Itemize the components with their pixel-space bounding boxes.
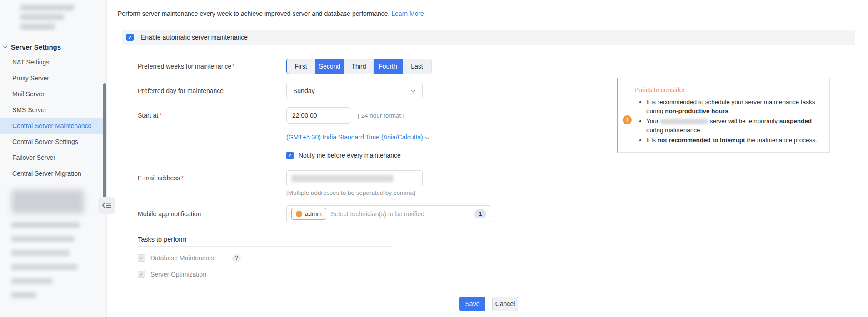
- email-label: E-mail address*: [138, 174, 286, 182]
- points-bullet-1: It is recommended to schedule your serve…: [646, 98, 825, 116]
- server-optimization-checkbox[interactable]: ✓: [138, 271, 145, 278]
- sidebar-item-nat-settings[interactable]: NAT Settings: [0, 54, 107, 70]
- database-maintenance-label: Database Maintenance: [150, 254, 216, 262]
- week-button-last[interactable]: Last: [403, 59, 432, 74]
- enable-maintenance-bar: ✓ Enable automatic server maintenance: [122, 30, 855, 45]
- collapse-sidebar-icon: [102, 202, 112, 209]
- description-text: Perform server maintenance every week to…: [118, 10, 389, 17]
- sidebar-item-central-server-settings[interactable]: Central Server Settings: [0, 134, 107, 150]
- redacted-section: [11, 190, 89, 298]
- warning-icon: !: [296, 211, 302, 217]
- week-button-first[interactable]: First: [286, 59, 315, 74]
- redacted-line: [20, 5, 74, 10]
- email-hint: [Multiple addresses to be separated by c…: [286, 189, 601, 196]
- app-root: Server Settings NAT Settings Proxy Serve…: [0, 0, 868, 317]
- time-format-hint: [ 24 hour format ]: [358, 112, 404, 119]
- sidebar-item-sms-server[interactable]: SMS Server: [0, 102, 107, 118]
- points-title: Points to consider: [634, 86, 829, 94]
- timezone-link[interactable]: (GMT+5:30) India Standard Time (Asia/Cal…: [286, 134, 429, 141]
- collapse-sidebar-button[interactable]: [98, 197, 115, 214]
- preferred-weeks-row: Preferred weeks for maintenance* First S…: [138, 59, 601, 74]
- email-input[interactable]: [286, 170, 423, 186]
- server-optimization-label: Server Optimization: [150, 271, 206, 278]
- redacted-logo-block: [20, 5, 74, 33]
- points-to-consider-panel: ! Points to consider It is recommended t…: [617, 78, 830, 153]
- required-mark: *: [181, 174, 183, 182]
- mobile-notification-row: Mobile app notification ! admin Select t…: [138, 205, 601, 222]
- learn-more-link[interactable]: Learn More: [391, 10, 424, 17]
- week-button-second[interactable]: Second: [315, 59, 344, 74]
- task-row-server-optimization: ✓ Server Optimization: [138, 269, 601, 279]
- points-list: It is recommended to schedule your serve…: [646, 98, 825, 145]
- week-button-group: First Second Third Fourth Last: [286, 59, 601, 74]
- sidebar-section-label: Server Settings: [11, 43, 61, 51]
- notify-checkbox[interactable]: ✓: [286, 152, 294, 159]
- timezone-row: (GMT+5:30) India Standard Time (Asia/Cal…: [138, 133, 601, 141]
- notify-label: Notify me before every maintenance: [299, 152, 401, 159]
- week-button-third[interactable]: Third: [344, 59, 374, 74]
- redacted-line: [11, 264, 77, 270]
- sidebar-scrollbar[interactable]: [103, 83, 106, 200]
- week-button-fourth[interactable]: Fourth: [374, 59, 403, 74]
- preferred-day-row: Preferred day for maintenance Sunday: [138, 83, 601, 99]
- mobile-notification-label: Mobile app notification: [138, 210, 286, 218]
- email-row: E-mail address* [Multiple addresses to b…: [138, 170, 601, 196]
- redacted-line: [11, 236, 74, 242]
- form-actions: Save Cancel: [459, 297, 601, 311]
- redacted-server-name: [660, 119, 708, 124]
- main-content: Perform server maintenance every week to…: [107, 0, 868, 317]
- technician-select-field[interactable]: ! admin Select technician(s) to be notif…: [286, 205, 491, 222]
- preferred-weeks-label: Preferred weeks for maintenance*: [138, 63, 286, 70]
- start-time-input[interactable]: [286, 107, 351, 124]
- sidebar-item-failover-server[interactable]: Failover Server: [0, 150, 107, 166]
- save-button[interactable]: Save: [459, 297, 485, 311]
- day-select[interactable]: Sunday: [286, 83, 423, 99]
- sidebar-item-mail-server[interactable]: Mail Server: [0, 86, 107, 102]
- notify-row: ✓ Notify me before every maintenance: [138, 152, 601, 159]
- start-at-row: Start at* [ 24 hour format ]: [138, 107, 601, 124]
- help-icon[interactable]: ?: [232, 254, 241, 263]
- cancel-button[interactable]: Cancel: [492, 297, 518, 311]
- technician-placeholder: Select technician(s) to be notified: [331, 210, 424, 218]
- redacted-line: [11, 292, 36, 298]
- redacted-email-value: [291, 175, 394, 182]
- enable-maintenance-checkbox[interactable]: ✓: [126, 34, 134, 41]
- points-bullet-2: Your server will be temporarily suspende…: [646, 117, 825, 135]
- redacted-block: [11, 190, 84, 213]
- sidebar-nav: NAT Settings Proxy Server Mail Server SM…: [0, 54, 107, 182]
- redacted-line: [11, 222, 80, 228]
- redacted-line: [11, 250, 70, 256]
- task-row-database-maintenance: ✓ Database Maintenance ?: [138, 253, 601, 263]
- maintenance-form: Preferred weeks for maintenance* First S…: [138, 59, 601, 311]
- points-bullet-3: It is not recommended to interrupt the m…: [646, 136, 825, 145]
- page-description: Perform server maintenance every week to…: [118, 10, 868, 17]
- required-mark: *: [232, 63, 234, 70]
- sidebar: Server Settings NAT Settings Proxy Serve…: [0, 0, 107, 317]
- divider: [118, 22, 868, 22]
- sidebar-item-central-server-maintenance[interactable]: Central Server Maintenance: [0, 118, 107, 134]
- day-select-value: Sunday: [293, 87, 314, 94]
- required-mark: *: [159, 112, 161, 119]
- redacted-line: [20, 14, 64, 20]
- warning-icon: !: [623, 115, 632, 124]
- tasks-heading: Tasks to perform: [138, 236, 392, 247]
- enable-maintenance-label: Enable automatic server maintenance: [141, 34, 248, 41]
- sidebar-item-proxy-server[interactable]: Proxy Server: [0, 70, 107, 86]
- preferred-day-label: Preferred day for maintenance: [138, 87, 286, 94]
- technician-chip-label: admin: [305, 210, 322, 217]
- sidebar-item-central-server-migration[interactable]: Central Server Migration: [0, 166, 107, 182]
- timezone-link-label: (GMT+5:30) India Standard Time (Asia/Cal…: [286, 134, 423, 141]
- chevron-down-icon: [411, 88, 416, 92]
- database-maintenance-checkbox[interactable]: ✓: [138, 254, 145, 262]
- redacted-line: [11, 278, 52, 284]
- chevron-down-icon: [425, 134, 429, 139]
- technician-chip-admin[interactable]: ! admin: [291, 208, 326, 220]
- chevron-down-icon: [3, 44, 8, 49]
- technician-count-badge[interactable]: 1: [474, 209, 486, 218]
- start-at-label: Start at*: [138, 112, 286, 119]
- redacted-line: [20, 24, 55, 30]
- sidebar-section-server-settings[interactable]: Server Settings: [4, 43, 61, 51]
